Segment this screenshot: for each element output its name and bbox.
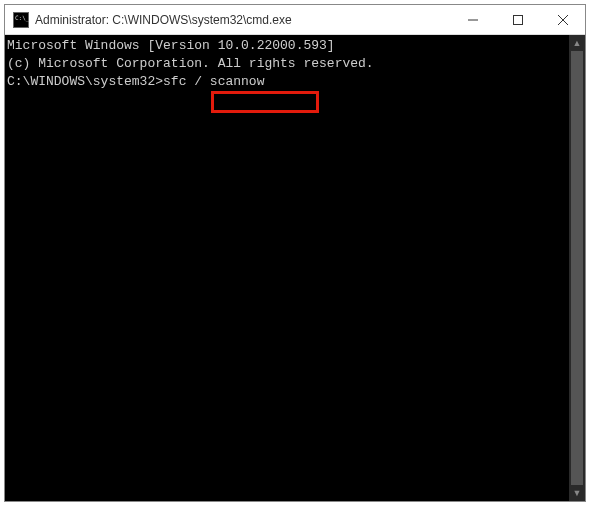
window-controls	[450, 5, 585, 34]
cmd-icon	[13, 12, 29, 28]
annotation-highlight-box	[211, 91, 319, 113]
cmd-window: Administrator: C:\WINDOWS\system32\cmd.e…	[4, 4, 586, 502]
scrollbar-thumb[interactable]	[571, 51, 583, 485]
prompt-line: C:\WINDOWS\system32>sfc / scannow	[7, 73, 569, 91]
scroll-down-icon[interactable]: ▼	[569, 485, 585, 501]
titlebar[interactable]: Administrator: C:\WINDOWS\system32\cmd.e…	[5, 5, 585, 35]
command-text-prefix: sfc	[163, 74, 194, 89]
scroll-up-icon[interactable]: ▲	[569, 35, 585, 51]
close-icon	[558, 15, 568, 25]
minimize-icon	[468, 15, 478, 25]
command-text-highlighted: / scannow	[194, 74, 264, 89]
output-line: (c) Microsoft Corporation. All rights re…	[7, 55, 569, 73]
svg-rect-1	[513, 15, 522, 24]
console-output[interactable]: Microsoft Windows [Version 10.0.22000.59…	[5, 35, 569, 501]
maximize-icon	[513, 15, 523, 25]
console-area: Microsoft Windows [Version 10.0.22000.59…	[5, 35, 585, 501]
window-title: Administrator: C:\WINDOWS\system32\cmd.e…	[35, 13, 450, 27]
output-line: Microsoft Windows [Version 10.0.22000.59…	[7, 37, 569, 55]
prompt-path: C:\WINDOWS\system32>	[7, 74, 163, 89]
vertical-scrollbar[interactable]: ▲ ▼	[569, 35, 585, 501]
minimize-button[interactable]	[450, 5, 495, 34]
maximize-button[interactable]	[495, 5, 540, 34]
close-button[interactable]	[540, 5, 585, 34]
